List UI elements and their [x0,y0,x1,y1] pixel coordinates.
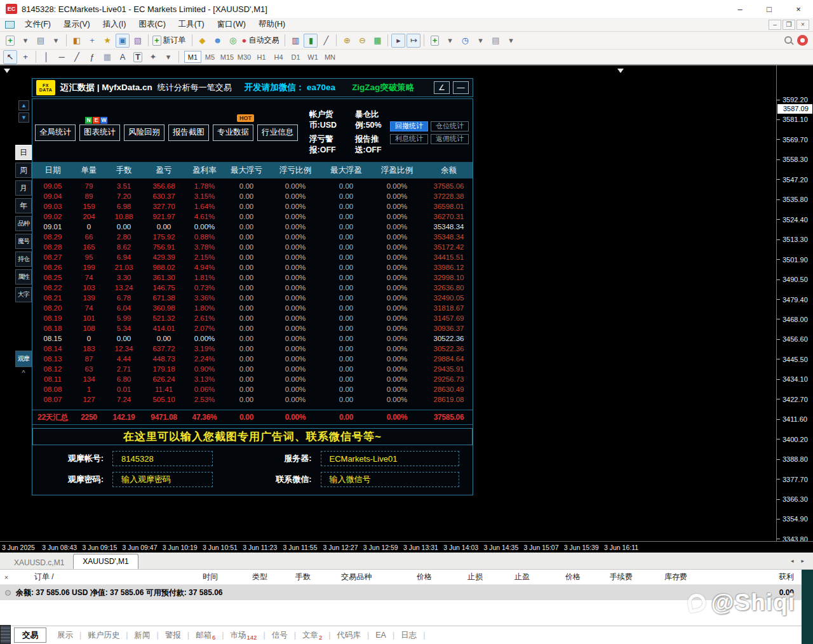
line-chart-button[interactable]: ╱ [319,34,333,48]
terminal-tab-1[interactable]: 交易 [14,627,46,643]
table-row[interactable]: 08.181085.34414.012.07%0.000.00%0.000.00… [32,323,473,333]
stat-button[interactable]: 返佣统计 [431,134,469,144]
panel-minimize-button[interactable]: — [453,81,469,94]
profiles-dropdown-button[interactable]: ▾ [49,34,63,48]
menu-item[interactable]: 文件(F) [18,18,57,31]
label-tool-button[interactable]: T [131,50,145,64]
notification-badge-icon[interactable] [797,35,808,46]
terminal-column-header[interactable]: 止盈 [483,572,530,582]
timeframe-m1[interactable]: M1 [184,51,201,63]
text-tool-button[interactable]: A [116,50,130,64]
mdi-minimize-button[interactable]: – [769,20,781,30]
terminal-close-icon[interactable]: × [2,573,11,582]
mdi-close-button[interactable]: × [796,20,809,30]
side-tab-7[interactable]: 持仓 [15,252,32,267]
observe-account-input[interactable]: 8145328 [112,451,213,466]
timeframe-mn[interactable]: MN [321,51,339,63]
indicators-button[interactable]: + [427,34,441,48]
terminal-tab-4[interactable]: 新闻 [129,629,156,641]
terminal-tab-12[interactable]: 日志 [395,629,422,641]
menu-item[interactable]: 图表(C) [132,18,171,31]
periods-button[interactable]: ◷ [458,34,472,48]
zoom-out-button[interactable]: ⊖ [355,34,369,48]
stat-button[interactable]: 回撤统计 [390,121,428,131]
side-tab-5[interactable]: 品种 [15,216,32,231]
horizontal-line-button[interactable]: ─ [55,50,69,64]
shapes-dropdown-button[interactable]: ▾ [161,50,175,64]
grid-tool-button[interactable]: ▦ [100,50,114,64]
data-window-button[interactable]: + [85,34,99,48]
tile-windows-button[interactable]: ▦ [370,34,384,48]
terminal-tab-9[interactable]: 文章2 [297,629,328,641]
table-row[interactable]: 09.05793.51356.681.78%0.000.00%0.000.00%… [32,181,473,191]
shapes-tool-button[interactable]: ✦ [146,50,160,64]
nav-button[interactable]: 风险回朔 [124,124,165,141]
nav-button[interactable]: 专业数据HOT [213,124,253,141]
scroll-up-icon[interactable]: ▲ [18,100,29,111]
chart-tab[interactable]: XAUUSD.c,M1 [5,556,73,569]
table-row[interactable]: 08.1418312.34637.723.19%0.000.00%0.000.0… [32,344,473,354]
strategy-tester-button[interactable]: ▧ [131,34,145,48]
terminal-column-header[interactable]: 止损 [432,572,483,582]
terminal-tab-6[interactable]: 邮箱6 [190,629,221,641]
wechat-input[interactable]: 输入微信号 [321,472,459,487]
terminal-tab-3[interactable]: 账户历史 [82,629,125,641]
side-tab-6[interactable]: 魔号 [15,234,32,249]
terminal-column-header[interactable]: 类型 [218,572,267,582]
table-row[interactable]: 08.0810.0111.410.06%0.000.00%0.000.00%28… [32,384,473,394]
terminal-tab-8[interactable]: 信号 [266,629,293,641]
table-row[interactable]: 08.1500.000.000.00%0.000.00%0.000.00%305… [32,333,473,344]
side-tab-3[interactable]: 月 [15,180,32,196]
nav-button[interactable]: 图表统计NEW [79,124,120,141]
chart-area[interactable]: FXDATA 迈汇数据 | MyfxData.cn 统计分析每一笔交易 开发请加… [0,65,813,553]
terminal-column-header[interactable]: 交易品种 [311,572,372,582]
timeframe-m30[interactable]: M30 [236,51,253,63]
table-row[interactable]: 09.031596.98327.701.64%0.000.00%0.000.00… [32,201,473,211]
terminal-column-header[interactable]: 价格 [530,572,581,582]
table-row[interactable]: 08.12632.71179.180.90%0.000.00%0.000.00%… [32,364,473,374]
price-axis[interactable]: 3592.203581.103569.703558.303547.203535.… [776,65,813,541]
menu-item[interactable]: 显示(V) [57,18,97,31]
scroll-down-icon[interactable]: ▼ [18,112,29,123]
signals-button[interactable]: ◎ [226,34,240,48]
side-tab-collapse[interactable]: ^ [15,369,32,377]
chart-tab[interactable]: XAUUSD',M1 [73,554,138,569]
bar-chart-button[interactable]: ▥ [288,34,302,48]
table-row[interactable]: 08.13874.44448.732.24%0.000.00%0.000.00%… [32,354,473,364]
table-row[interactable]: 08.25743.30361.301.81%0.000.00%0.000.00%… [32,272,473,283]
terminal-column-header[interactable]: 时间 [164,572,218,582]
timeframe-m5[interactable]: M5 [201,51,218,63]
trendline-button[interactable]: ╱ [70,50,84,64]
observe-password-input[interactable]: 输入观摩密码 [112,472,213,487]
table-row[interactable]: 08.27956.94429.392.15%0.000.00%0.000.00%… [32,252,473,262]
vertical-line-button[interactable]: │ [39,50,53,64]
table-row[interactable]: 09.0100.000.000.00%0.000.00%0.000.00%353… [32,222,473,232]
tab-scroll-left-icon[interactable]: ◂ [791,558,794,564]
terminal-tab-11[interactable]: EA [370,629,392,641]
timeframe-d1[interactable]: D1 [287,51,304,63]
menu-item[interactable]: 窗口(W) [211,18,252,31]
terminal-tab-2[interactable]: 展示 [51,629,79,641]
side-tab-1[interactable]: 日 [15,145,32,160]
terminal-column-header[interactable]: 手数 [267,572,311,582]
profiles-button[interactable]: ▤ [34,34,48,48]
timeframe-m15[interactable]: M15 [218,51,236,63]
menu-item[interactable]: 帮助(H) [252,18,292,31]
timeframe-h4[interactable]: H4 [270,51,287,63]
server-input[interactable]: ECMarkets-Live01 [321,451,459,466]
chart-shift-button[interactable]: ↦ [406,34,420,48]
templates-dropdown-button[interactable]: ▾ [504,34,518,48]
table-row[interactable]: 09.0220410.88921.974.61%0.000.00%0.000.0… [32,211,473,222]
table-row[interactable]: 08.2619921.03988.024.94%0.000.00%0.000.0… [32,262,473,272]
side-tab-2[interactable]: 周 [15,163,32,178]
new-order-button[interactable]: +新订单 [152,34,189,48]
terminal-tab-10[interactable]: 代码库 [331,629,366,641]
templates-button[interactable]: ▤ [488,34,502,48]
table-row[interactable]: 08.211396.78671.383.36%0.000.00%0.000.00… [32,293,473,303]
market-watch-button[interactable]: ◧ [70,34,84,48]
fibonacci-button[interactable]: ƒ [85,50,99,64]
chat-button[interactable]: ☻ [211,34,225,48]
new-chart-button[interactable]: + [3,34,17,48]
terminal-column-header[interactable]: 获利 [687,572,813,582]
corner-widget-icon[interactable] [0,625,11,644]
